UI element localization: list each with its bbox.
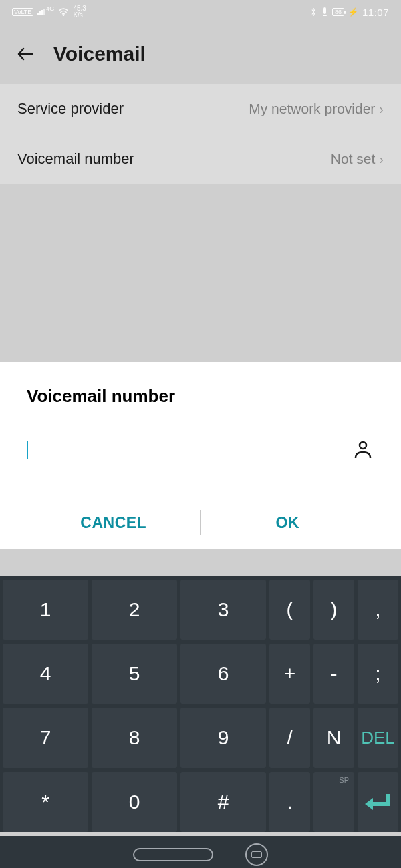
settings-list: Service provider My network provider › V… xyxy=(0,84,401,184)
dialog-title: Voicemail number xyxy=(27,386,374,407)
key-1[interactable]: 1 xyxy=(3,580,88,640)
background-area xyxy=(0,184,401,362)
key-space[interactable]: SP xyxy=(313,772,354,832)
svg-point-3 xyxy=(360,442,366,449)
keyboard: 1 2 3 ( ) , 4 5 6 + - ; 7 8 9 / N DEL * … xyxy=(0,576,401,832)
back-arrow-icon xyxy=(15,44,35,64)
keyboard-toggle-button[interactable] xyxy=(245,843,268,866)
home-button[interactable] xyxy=(133,848,213,861)
key-3[interactable]: 3 xyxy=(180,580,266,640)
network-speed: 45.3 K/s xyxy=(73,5,86,19)
page-title: Voicemail xyxy=(53,43,146,65)
key-hash[interactable]: # xyxy=(180,772,266,832)
setting-value: Not set xyxy=(331,151,376,167)
key-comma[interactable]: , xyxy=(358,580,398,640)
key-n[interactable]: N xyxy=(313,708,354,768)
setting-service-provider[interactable]: Service provider My network provider › xyxy=(0,84,401,134)
voicemail-number-dialog: Voicemail number CANCEL OK xyxy=(0,362,401,549)
key-dot[interactable]: . xyxy=(269,772,310,832)
key-delete[interactable]: DEL xyxy=(358,708,398,768)
key-enter[interactable] xyxy=(358,772,398,832)
key-6[interactable]: 6 xyxy=(180,644,266,704)
key-star[interactable]: * xyxy=(3,772,88,832)
nav-bar xyxy=(0,836,401,868)
key-slash[interactable]: / xyxy=(269,708,310,768)
voicemail-number-input[interactable] xyxy=(28,441,352,459)
keyboard-icon xyxy=(251,851,262,858)
dialog-buttons: CANCEL OK xyxy=(27,497,374,549)
key-8[interactable]: 8 xyxy=(92,708,177,768)
setting-voicemail-number[interactable]: Voicemail number Not set › xyxy=(0,134,401,184)
key-7[interactable]: 7 xyxy=(3,708,88,768)
bluetooth-icon xyxy=(309,7,317,17)
status-left: VoLTE 4G 45.3 K/s xyxy=(12,5,86,19)
svg-point-0 xyxy=(63,15,64,15)
svg-rect-4 xyxy=(386,794,390,803)
contact-picker-button[interactable] xyxy=(352,439,374,461)
setting-label: Voicemail number xyxy=(17,150,134,168)
svg-rect-2 xyxy=(323,15,327,16)
wifi-icon xyxy=(58,8,69,16)
volte-badge: VoLTE xyxy=(12,8,33,16)
svg-rect-1 xyxy=(323,7,326,14)
network-gen-label: 4G xyxy=(46,5,54,12)
cancel-button[interactable]: CANCEL xyxy=(27,514,200,532)
status-bar: VoLTE 4G 45.3 K/s 86 ⚡ 11:07 xyxy=(0,0,401,24)
signal-icon xyxy=(37,9,45,15)
chevron-right-icon: › xyxy=(379,101,384,117)
charging-icon: ⚡ xyxy=(348,7,358,17)
battery-icon: 86 xyxy=(332,8,344,16)
setting-label: Service provider xyxy=(17,100,124,118)
clock: 11:07 xyxy=(362,7,389,18)
status-right: 86 ⚡ 11:07 xyxy=(309,7,389,18)
back-button[interactable] xyxy=(13,42,37,66)
enter-icon xyxy=(365,793,392,811)
background-area xyxy=(0,549,401,576)
key-2[interactable]: 2 xyxy=(92,580,177,640)
key-4[interactable]: 4 xyxy=(3,644,88,704)
key-5[interactable]: 5 xyxy=(92,644,177,704)
input-row xyxy=(27,439,374,467)
setting-value: My network provider xyxy=(249,101,375,117)
key-9[interactable]: 9 xyxy=(180,708,266,768)
key-minus[interactable]: - xyxy=(313,644,354,704)
person-icon xyxy=(352,439,374,461)
chevron-right-icon: › xyxy=(379,152,384,167)
headphone-icon xyxy=(321,7,328,17)
key-paren-open[interactable]: ( xyxy=(269,580,310,640)
ok-button[interactable]: OK xyxy=(201,514,375,532)
app-header: Voicemail xyxy=(0,24,401,84)
key-plus[interactable]: + xyxy=(269,644,310,704)
key-semicolon[interactable]: ; xyxy=(358,644,398,704)
key-0[interactable]: 0 xyxy=(92,772,177,832)
key-paren-close[interactable]: ) xyxy=(313,580,354,640)
